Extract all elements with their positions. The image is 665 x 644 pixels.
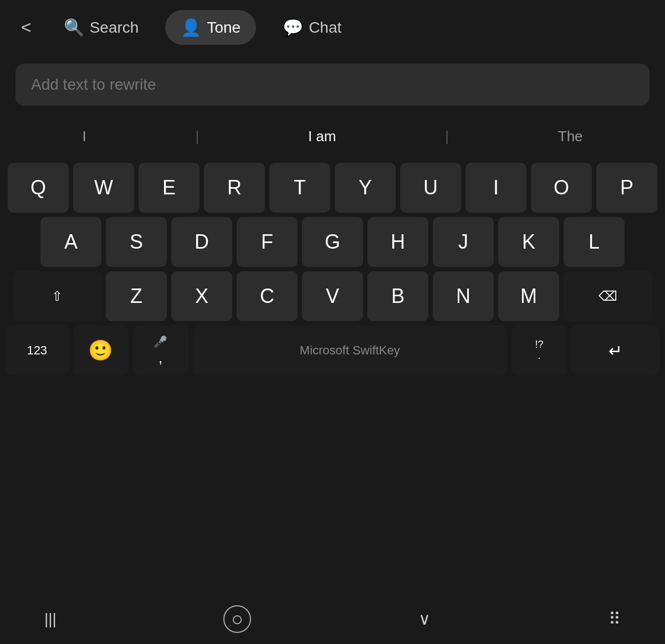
keyboard-row-3: ⇧ Z X C V B N M ⌫ <box>6 271 659 321</box>
keyboard: Q W E R T Y U I O P A S D F G H J K L ⇧ … <box>0 158 665 594</box>
system-bar: ||| ○ ∨ ⠿ <box>0 594 665 644</box>
search-tab-label: Search <box>90 19 139 37</box>
key-w[interactable]: W <box>73 163 134 213</box>
key-h[interactable]: H <box>367 217 428 267</box>
enter-key[interactable]: ↵ <box>571 326 659 375</box>
key-p[interactable]: P <box>596 163 657 213</box>
shift-key[interactable]: ⇧ <box>13 271 101 321</box>
keyboard-row-4: 123 🙂 🎤 , Microsoft SwiftKey !? . ↵ <box>6 326 659 375</box>
key-q[interactable]: Q <box>8 163 69 213</box>
suggestion-right[interactable]: The <box>547 125 594 148</box>
backspace-key[interactable]: ⌫ <box>564 271 652 321</box>
back-button[interactable]: < <box>16 15 37 40</box>
key-l[interactable]: L <box>564 217 625 267</box>
key-k[interactable]: K <box>498 217 559 267</box>
space-key[interactable]: Microsoft SwiftKey <box>193 326 508 375</box>
tone-tab[interactable]: 👤 Tone <box>165 10 256 45</box>
key-r[interactable]: R <box>204 163 265 213</box>
search-tab[interactable]: 🔍 Search <box>48 10 155 45</box>
numbers-key[interactable]: 123 <box>6 326 69 375</box>
tone-tab-label: Tone <box>207 19 241 37</box>
suggestion-center[interactable]: I am <box>297 125 347 148</box>
suggestion-divider-2: | <box>445 128 449 145</box>
key-v[interactable]: V <box>302 271 363 321</box>
chat-tab[interactable]: 💬 Chat <box>267 10 357 45</box>
key-b[interactable]: B <box>367 271 428 321</box>
comma-label: , <box>158 349 162 367</box>
input-area <box>0 55 665 115</box>
key-s[interactable]: S <box>106 217 167 267</box>
back-nav-button[interactable]: ∨ <box>407 605 442 633</box>
key-f[interactable]: F <box>237 217 298 267</box>
emoji-key[interactable]: 🙂 <box>73 326 129 375</box>
keyboard-row-2: A S D F G H J K L <box>6 217 659 267</box>
chat-icon: 💬 <box>283 18 303 37</box>
apps-button[interactable]: ⠿ <box>597 605 632 633</box>
key-e[interactable]: E <box>139 163 200 213</box>
key-u[interactable]: U <box>400 163 461 213</box>
key-g[interactable]: G <box>302 217 363 267</box>
chat-tab-label: Chat <box>309 19 341 37</box>
key-a[interactable]: A <box>40 217 101 267</box>
top-navigation: < 🔍 Search 👤 Tone 💬 Chat <box>0 0 665 55</box>
period-label: . <box>538 351 541 362</box>
rewrite-input[interactable] <box>16 64 649 106</box>
key-i[interactable]: I <box>466 163 526 213</box>
suggestion-divider-1: | <box>195 128 199 145</box>
punct-period-key[interactable]: !? . <box>511 326 567 375</box>
punct-label: !? <box>535 339 544 351</box>
key-o[interactable]: O <box>531 163 592 213</box>
key-j[interactable]: J <box>433 217 494 267</box>
home-button[interactable]: ○ <box>223 605 251 633</box>
key-d[interactable]: D <box>171 217 232 267</box>
key-y[interactable]: Y <box>335 163 396 213</box>
suggestion-left[interactable]: I <box>71 125 97 148</box>
keyboard-row-1: Q W E R T Y U I O P <box>6 163 659 213</box>
key-n[interactable]: N <box>433 271 494 321</box>
recent-apps-button[interactable]: ||| <box>33 606 68 632</box>
key-z[interactable]: Z <box>106 271 167 321</box>
mic-icon: 🎤 <box>154 335 167 348</box>
key-x[interactable]: X <box>171 271 232 321</box>
search-icon: 🔍 <box>64 18 84 37</box>
key-t[interactable]: T <box>269 163 330 213</box>
mic-comma-key[interactable]: 🎤 , <box>133 326 188 375</box>
key-m[interactable]: M <box>498 271 559 321</box>
suggestions-row: I | I am | The <box>0 115 665 158</box>
key-c[interactable]: C <box>237 271 298 321</box>
tone-icon: 👤 <box>181 18 201 37</box>
